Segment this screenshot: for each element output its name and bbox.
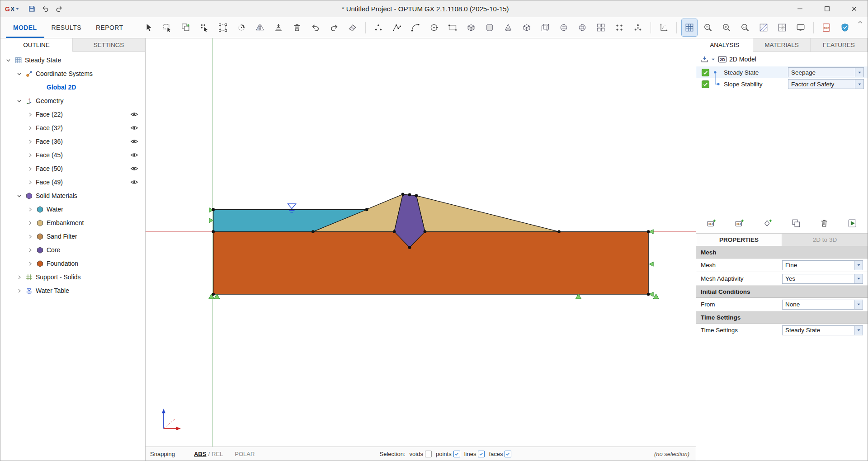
selection-filter-voids[interactable]: voids	[410, 451, 432, 457]
delete-stage-button[interactable]	[817, 216, 831, 230]
zoom-in-button[interactable]	[719, 19, 734, 36]
vertex-point[interactable]	[557, 230, 561, 233]
grid-toggle-button[interactable]	[682, 19, 697, 36]
zoom-out-button[interactable]	[700, 19, 716, 36]
ribbon-tab-report[interactable]: REPORT	[89, 17, 131, 38]
add-3d-stage-button[interactable]: 3D	[732, 216, 747, 230]
tree-item-global-2d[interactable]: Global 2D	[0, 80, 145, 94]
sphere-mesh-tool-button[interactable]	[575, 19, 590, 36]
stage-row-steady-state[interactable]: Steady StateSeepage	[696, 66, 868, 78]
panel-tab-settings[interactable]: SETTINGS	[73, 38, 145, 52]
box-tool-button[interactable]	[463, 19, 479, 36]
tree-item-face-36[interactable]: Face (36)	[0, 135, 145, 148]
vertex-point[interactable]	[401, 193, 405, 196]
panel-tab-materials[interactable]: MATERIALS	[753, 38, 810, 52]
selection-filter-checkbox[interactable]	[425, 451, 432, 457]
pattern-grid-tool-button[interactable]	[612, 19, 627, 36]
tree-item-solid-materials[interactable]: Solid Materials	[0, 189, 145, 202]
point-tool-button[interactable]	[371, 19, 386, 36]
ribbon-tab-model[interactable]: MODEL	[6, 17, 44, 38]
vertex-point[interactable]	[408, 193, 411, 196]
chevron-down-icon[interactable]	[16, 98, 23, 104]
chevron-right-icon[interactable]	[27, 111, 33, 118]
property-dropdown-mesh-adaptivity[interactable]: Yes	[782, 274, 863, 284]
tree-item-core[interactable]: Core	[0, 243, 145, 257]
stage-type-dropdown-steady-state[interactable]: Seepage	[788, 67, 864, 77]
add-2d-stage-button[interactable]: 2D	[704, 216, 719, 230]
tree-item-embankment[interactable]: Embankment	[0, 216, 145, 230]
visibility-eye-icon[interactable]	[130, 151, 139, 160]
stage-enabled-checkbox[interactable]	[702, 80, 709, 88]
chevron-down-icon[interactable]	[16, 71, 23, 77]
tree-item-geometry[interactable]: Geometry	[0, 94, 145, 108]
tree-item-steady-state[interactable]: Steady State	[0, 53, 145, 67]
tree-item-water[interactable]: Water	[0, 202, 145, 216]
vertex-point[interactable]	[415, 194, 418, 197]
tree-item-foundation[interactable]: Foundation	[0, 257, 145, 270]
vertex-point[interactable]	[393, 230, 396, 233]
visibility-eye-icon[interactable]	[130, 137, 139, 146]
chevron-right-icon[interactable]	[16, 287, 23, 294]
eraser-tool-button[interactable]	[345, 19, 360, 36]
undo-button[interactable]	[40, 3, 51, 15]
vertex-point[interactable]	[365, 208, 368, 211]
visibility-eye-icon[interactable]	[130, 123, 139, 132]
save-button[interactable]	[26, 3, 37, 15]
mesh-tool-button[interactable]	[774, 19, 790, 36]
circle-tool-button[interactable]	[426, 19, 442, 36]
polyline-tool-button[interactable]	[389, 19, 405, 36]
chevron-right-icon[interactable]	[27, 138, 33, 145]
chevron-right-icon[interactable]	[27, 206, 33, 213]
add-node-button[interactable]	[760, 216, 775, 230]
chevron-right-icon[interactable]	[27, 152, 33, 159]
stage-enabled-checkbox[interactable]	[702, 69, 709, 76]
select-box-button[interactable]	[160, 19, 175, 36]
maximize-button[interactable]	[813, 0, 840, 17]
dropdown-caret[interactable]	[854, 326, 863, 335]
tree-item-face-49[interactable]: Face (49)	[0, 175, 145, 189]
close-button[interactable]	[840, 0, 868, 17]
pattern-cluster-tool-button[interactable]	[630, 19, 646, 36]
arc-tool-button[interactable]	[408, 19, 423, 36]
mirror-tool-button[interactable]	[252, 19, 268, 36]
chevron-down-icon[interactable]	[16, 193, 23, 199]
region-embankment-downstream[interactable]	[416, 196, 559, 232]
array-tool-button[interactable]	[593, 19, 609, 36]
screen-tool-button[interactable]	[793, 19, 808, 36]
selection-filter-checkbox[interactable]	[478, 451, 485, 457]
chevron-right-icon[interactable]	[27, 220, 33, 226]
dropdown-caret[interactable]	[854, 274, 863, 283]
chevron-right-icon[interactable]	[27, 125, 33, 132]
vertex-point[interactable]	[647, 230, 650, 233]
cube3-tool-button[interactable]	[538, 19, 553, 36]
rotate-tool-button[interactable]	[234, 19, 249, 36]
hatch-tool-button[interactable]	[756, 19, 771, 36]
properties-tab-properties[interactable]: PROPERTIES	[696, 234, 782, 246]
selection-filter-checkbox[interactable]	[453, 451, 460, 457]
abs-mode-button[interactable]: ABS	[194, 451, 206, 457]
select-points-button[interactable]	[197, 19, 212, 36]
tree-item-face-22[interactable]: Face (22)	[0, 108, 145, 121]
model-canvas[interactable]	[146, 38, 696, 447]
vertex-point[interactable]	[408, 246, 411, 249]
panel-tab-analysis[interactable]: ANALYSIS	[696, 38, 753, 52]
visibility-eye-icon[interactable]	[130, 110, 139, 119]
property-dropdown-time-settings[interactable]: Steady State	[782, 325, 863, 335]
properties-tab-2d-to-3d[interactable]: 2D to 3D	[782, 234, 868, 246]
tree-item-support-solids[interactable]: Support - Solids	[0, 270, 145, 284]
chevron-right-icon[interactable]	[16, 274, 23, 281]
redo-tool-button[interactable]	[326, 19, 342, 36]
panel-tab-outline[interactable]: OUTLINE	[0, 38, 73, 52]
app-logo[interactable]: GX	[5, 5, 20, 13]
cylinder-tool-button[interactable]	[482, 19, 497, 36]
security-shield-button[interactable]	[837, 19, 853, 36]
cube2-tool-button[interactable]	[519, 19, 534, 36]
vertex-point[interactable]	[424, 230, 427, 233]
ribbon-tab-results[interactable]: RESULTS	[44, 17, 89, 38]
rel-mode-button[interactable]: REL	[212, 451, 223, 457]
property-dropdown-mesh[interactable]: Fine	[782, 260, 863, 270]
polar-mode-button[interactable]: POLAR	[235, 451, 255, 457]
copy-add-button[interactable]	[178, 19, 193, 36]
rectangle-tool-button[interactable]	[445, 19, 460, 36]
vertex-point[interactable]	[311, 230, 315, 233]
